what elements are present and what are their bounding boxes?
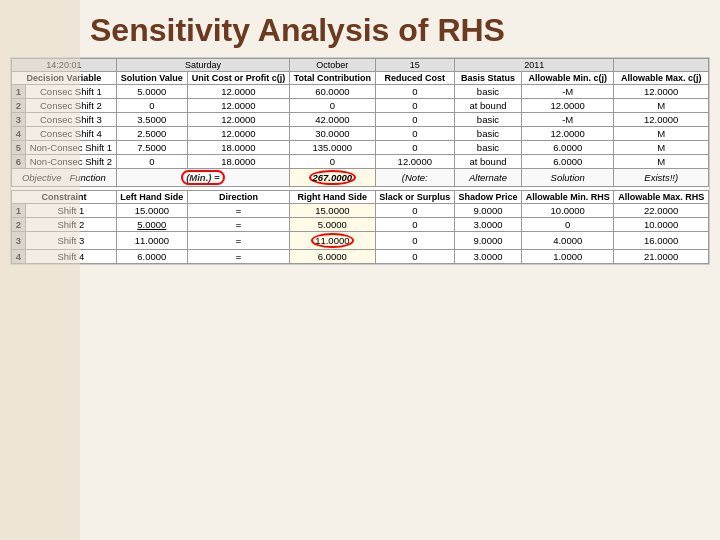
lp-row: 2 Consec Shift 2 0 12.0000 0 0 at bound … xyxy=(12,99,709,113)
row-sol: 5.0000 xyxy=(116,85,187,99)
header-allmax: Allowable Max. c(j) xyxy=(614,72,709,85)
analysis-table-container: 14:20:01 Saturday October 15 2011 Decisi… xyxy=(10,57,710,265)
constraint-row: 2 Shift 2 5.0000 = 5.0000 0 3.0000 0 10.… xyxy=(12,218,709,232)
timestamp-row: 14:20:01 Saturday October 15 2011 xyxy=(12,59,709,72)
row-basis: basic xyxy=(454,127,521,141)
row-allmax: M xyxy=(614,155,709,169)
row-reduced: 0 xyxy=(375,85,454,99)
lp-rows: 1 Consec Shift 1 5.0000 12.0000 60.0000 … xyxy=(12,85,709,169)
row-total: 42.0000 xyxy=(290,113,376,127)
row-allmax: M xyxy=(614,141,709,155)
lp-row: 3 Consec Shift 3 3.5000 12.0000 42.0000 … xyxy=(12,113,709,127)
lp-row: 1 Consec Shift 1 5.0000 12.0000 60.0000 … xyxy=(12,85,709,99)
row-basis: basic xyxy=(454,141,521,155)
row-sol: 0 xyxy=(116,99,187,113)
c-row-allmax: 10.0000 xyxy=(614,218,709,232)
ch-shadow: Shadow Price xyxy=(454,191,521,204)
c-row-lhs: 6.0000 xyxy=(116,250,187,264)
c-row-allmin: 1.0000 xyxy=(522,250,614,264)
background-decoration xyxy=(0,0,80,540)
c-row-shadow: 3.0000 xyxy=(454,218,521,232)
constraint-rows: 1 Shift 1 15.0000 = 15.0000 0 9.0000 10.… xyxy=(12,204,709,264)
ch-lhs: Left Hand Side xyxy=(116,191,187,204)
sensitivity-table: 14:20:01 Saturday October 15 2011 Decisi… xyxy=(11,58,709,264)
c-row-dir: = xyxy=(187,232,289,250)
objective-exists: Exists!!) xyxy=(614,169,709,187)
ch-slack: Slack or Surplus xyxy=(375,191,454,204)
c-row-dir: = xyxy=(187,250,289,264)
row-basis: basic xyxy=(454,113,521,127)
c-row-allmin: 10.0000 xyxy=(522,204,614,218)
c-row-lhs: 15.0000 xyxy=(116,204,187,218)
row-allmax: M xyxy=(614,99,709,113)
constraint-row: 1 Shift 1 15.0000 = 15.0000 0 9.0000 10.… xyxy=(12,204,709,218)
c-row-rhs: 15.0000 xyxy=(290,204,376,218)
lp-column-headers: Decision Variable Solution Value Unit Co… xyxy=(12,72,709,85)
c-row-allmin: 4.0000 xyxy=(522,232,614,250)
row-basis: basic xyxy=(454,85,521,99)
c-row-rhs: 11.0000 xyxy=(290,232,376,250)
c-row-dir: = xyxy=(187,204,289,218)
lp-row: 5 Non-Consec Shift 1 7.5000 18.0000 135.… xyxy=(12,141,709,155)
row-sol: 7.5000 xyxy=(116,141,187,155)
constraint-row: 4 Shift 4 6.0000 = 6.0000 0 3.0000 1.000… xyxy=(12,250,709,264)
lp-row: 4 Consec Shift 4 2.5000 12.0000 30.0000 … xyxy=(12,127,709,141)
c-row-allmax: 16.0000 xyxy=(614,232,709,250)
min-label: (Min.) = xyxy=(116,169,289,187)
row-reduced: 0 xyxy=(375,113,454,127)
row-sol: 3.5000 xyxy=(116,113,187,127)
row-cost: 18.0000 xyxy=(187,141,289,155)
row-total: 135.0000 xyxy=(290,141,376,155)
row-sol: 2.5000 xyxy=(116,127,187,141)
row-cost: 12.0000 xyxy=(187,127,289,141)
objective-row: Objective Function (Min.) = 267.0000 (No… xyxy=(12,169,709,187)
row-cost: 12.0000 xyxy=(187,85,289,99)
header-totalcontrib: Total Contribution xyxy=(290,72,376,85)
row-basis: at bound xyxy=(454,155,521,169)
c-row-allmin: 0 xyxy=(522,218,614,232)
row-total: 0 xyxy=(290,155,376,169)
row-total: 30.0000 xyxy=(290,127,376,141)
row-reduced: 12.0000 xyxy=(375,155,454,169)
day-num: 15 xyxy=(375,59,454,72)
header-reduced: Reduced Cost xyxy=(375,72,454,85)
row-allmin: 6.0000 xyxy=(522,155,614,169)
header-allmin: Allowable Min. c(j) xyxy=(522,72,614,85)
ch-rhs: Right Hand Side xyxy=(290,191,376,204)
c-row-shadow: 3.0000 xyxy=(454,250,521,264)
day: Saturday xyxy=(116,59,289,72)
constraint-column-headers: Constraint Left Hand Side Direction Righ… xyxy=(12,191,709,204)
page-title: Sensitivity Analysis of RHS xyxy=(0,0,720,57)
row-cost: 12.0000 xyxy=(187,113,289,127)
row-allmin: 12.0000 xyxy=(522,127,614,141)
objective-note: (Note: xyxy=(375,169,454,187)
row-allmin: 12.0000 xyxy=(522,99,614,113)
lp-row: 6 Non-Consec Shift 2 0 18.0000 0 12.0000… xyxy=(12,155,709,169)
constraint-row: 3 Shift 3 11.0000 = 11.0000 0 9.0000 4.0… xyxy=(12,232,709,250)
c-row-lhs: 5.0000 xyxy=(116,218,187,232)
c-row-slack: 0 xyxy=(375,218,454,232)
row-allmin: -M xyxy=(522,113,614,127)
ch-allmin: Allowable Min. RHS xyxy=(522,191,614,204)
row-basis: at bound xyxy=(454,99,521,113)
row-reduced: 0 xyxy=(375,99,454,113)
c-row-shadow: 9.0000 xyxy=(454,232,521,250)
header-unitcost: Unit Cost or Profit c(j) xyxy=(187,72,289,85)
row-reduced: 0 xyxy=(375,141,454,155)
objective-solution: Solution xyxy=(522,169,614,187)
row-allmax: 12.0000 xyxy=(614,113,709,127)
c-row-slack: 0 xyxy=(375,204,454,218)
row-reduced: 0 xyxy=(375,127,454,141)
row-total: 0 xyxy=(290,99,376,113)
c-row-allmax: 22.0000 xyxy=(614,204,709,218)
objective-value: 267.0000 xyxy=(290,169,376,187)
row-cost: 18.0000 xyxy=(187,155,289,169)
c-row-shadow: 9.0000 xyxy=(454,204,521,218)
c-row-rhs: 5.0000 xyxy=(290,218,376,232)
row-cost: 12.0000 xyxy=(187,99,289,113)
row-allmin: 6.0000 xyxy=(522,141,614,155)
c-row-lhs: 11.0000 xyxy=(116,232,187,250)
c-row-slack: 0 xyxy=(375,250,454,264)
year: 2011 xyxy=(454,59,614,72)
c-row-dir: = xyxy=(187,218,289,232)
